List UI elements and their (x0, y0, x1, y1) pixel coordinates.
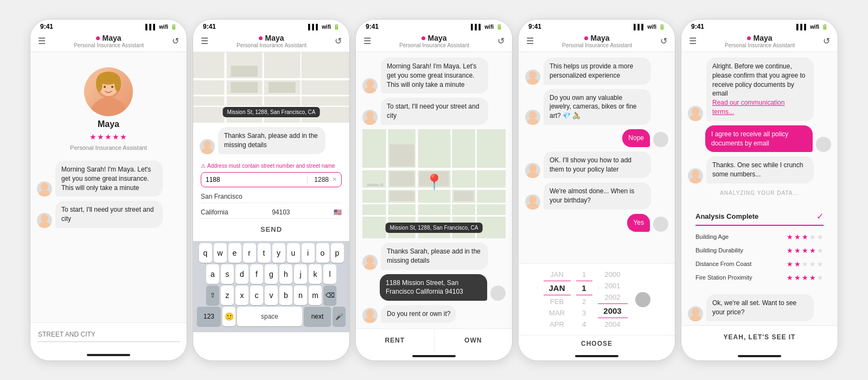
key-w[interactable]: w (214, 243, 227, 263)
choose-button[interactable]: CHOOSE (519, 335, 675, 352)
year-item-2001[interactable]: 2001 (603, 281, 623, 291)
agent-subtitle-4: Personal Insurance Assistant (534, 42, 660, 48)
month-selected[interactable]: JAN (546, 282, 567, 294)
key-y[interactable]: y (272, 243, 285, 263)
month-column: JAN JAN FEB MAR APR (544, 269, 571, 330)
month-item-jan[interactable]: JAN (548, 269, 566, 280)
svg-point-44 (366, 256, 374, 264)
key-c[interactable]: c (250, 286, 263, 305)
address-number-input[interactable] (206, 176, 304, 183)
rent-button[interactable]: RENT (356, 329, 435, 352)
menu-icon-2[interactable]: ☰ (201, 36, 208, 46)
refresh-icon-2[interactable]: ↺ (335, 36, 342, 46)
key-o[interactable]: o (316, 243, 329, 263)
key-space[interactable]: space (237, 307, 302, 326)
key-123[interactable]: 123 (197, 307, 221, 326)
menu-icon-1[interactable]: ☰ (38, 36, 46, 46)
key-n[interactable]: n (294, 286, 307, 305)
key-f[interactable]: f (250, 264, 263, 284)
refresh-icon-3[interactable]: ↺ (497, 36, 505, 46)
key-next[interactable]: next (304, 307, 331, 326)
key-g[interactable]: g (265, 264, 278, 284)
year-item-2004[interactable]: 2004 (603, 319, 623, 330)
refresh-icon-1[interactable]: ↺ (172, 36, 179, 46)
svg-point-9 (38, 190, 51, 197)
street-city-input[interactable] (37, 327, 180, 342)
send-button[interactable]: SEND (201, 222, 342, 237)
agent-name-3: Maya (427, 34, 446, 42)
key-s[interactable]: s (221, 264, 234, 284)
key-backspace[interactable]: ⌫ (323, 286, 336, 305)
svg-rect-41 (390, 144, 414, 167)
day-item-4[interactable]: 4 (580, 319, 588, 330)
day-item-3[interactable]: 3 (580, 308, 588, 318)
msg-greeting-s3: Morning Sarah! I'm Maya. Let's get you s… (362, 58, 506, 93)
clear-icon[interactable]: ✕ (332, 176, 337, 183)
key-u[interactable]: u (287, 243, 300, 263)
key-k[interactable]: k (309, 264, 322, 284)
time-2: 9:41 (203, 23, 216, 30)
key-x[interactable]: x (235, 286, 248, 305)
key-l[interactable]: l (323, 264, 336, 284)
svg-point-45 (363, 263, 376, 270)
bot-avatar-4c (525, 163, 540, 178)
date-toggle[interactable] (635, 292, 650, 307)
building-age-stars: ★ ★ ★ ★ ★ (787, 233, 824, 241)
date-picker[interactable]: JAN JAN FEB MAR APR 1 1 2 3 4 (519, 264, 675, 335)
durability-stars: ★ ★ ★ ★ ★ (787, 246, 824, 255)
menu-icon-4[interactable]: ☰ (526, 36, 534, 46)
signal-icon-4: ▌▌▌ (634, 24, 645, 30)
chat-area-4: This helps us provide a more personalize… (519, 52, 675, 263)
key-t[interactable]: t (258, 243, 271, 263)
key-m[interactable]: m (309, 286, 322, 305)
key-i[interactable]: i (302, 243, 315, 263)
month-item-apr[interactable]: APR (547, 319, 566, 330)
signal-icon-5: ▌▌▌ (796, 24, 808, 30)
rent-own-actions: RENT OWN (356, 328, 512, 352)
svg-point-23 (201, 148, 214, 154)
bot-msg-area-2: Thanks Sarah, please add in the missing … (193, 123, 349, 159)
metric-label-fire: Fire Station Proximity (695, 274, 752, 281)
key-e[interactable]: e (228, 243, 241, 263)
time-3: 9:41 (366, 23, 379, 30)
star-dur-5: ★ (817, 246, 824, 255)
wifi-icon: wifi (159, 24, 168, 30)
month-item-mar[interactable]: MAR (547, 308, 567, 318)
address-input-row[interactable]: 1288 ✕ (201, 172, 342, 187)
key-emoji[interactable]: 🙂 (222, 307, 235, 326)
key-p[interactable]: p (331, 243, 344, 263)
see-price-button[interactable]: YEAH, LET'S SEE IT (688, 330, 831, 344)
key-h[interactable]: h (279, 264, 292, 284)
year-item-2002[interactable]: 2002 (603, 292, 623, 302)
almost-done-msg: We're almost done... When is your birthd… (525, 182, 668, 210)
key-d[interactable]: d (235, 264, 248, 284)
year-selected[interactable]: 2003 (601, 305, 623, 316)
key-q[interactable]: q (199, 243, 212, 263)
key-r[interactable]: r (243, 243, 256, 263)
key-v[interactable]: v (265, 286, 278, 305)
day-selected[interactable]: 1 (579, 282, 588, 294)
agent-subtitle-2: Personal Insurance Assistant (208, 42, 335, 48)
address-form: ⚠ Address must contain street number and… (193, 159, 349, 241)
month-item-feb[interactable]: FEB (548, 296, 566, 307)
bot-avatar-3c (362, 255, 378, 270)
star-age-2: ★ (794, 233, 801, 241)
key-shift[interactable]: ⇧ (206, 286, 219, 305)
year-item-2000[interactable]: 2000 (603, 269, 623, 280)
svg-point-46 (366, 309, 374, 317)
terms-link[interactable]: Read our communication terms... (712, 99, 784, 116)
menu-icon-5[interactable]: ☰ (689, 36, 697, 46)
key-z[interactable]: z (221, 286, 234, 305)
own-button[interactable]: OWN (435, 329, 513, 352)
refresh-icon-4[interactable]: ↺ (660, 36, 667, 46)
key-a[interactable]: a (206, 264, 219, 284)
day-item-1pre[interactable]: 1 (580, 269, 588, 280)
nav-title-4: Maya Personal Insurance Assistant (534, 34, 660, 48)
key-j[interactable]: j (294, 264, 307, 284)
day-item-2[interactable]: 2 (580, 296, 588, 307)
menu-icon-3[interactable]: ☰ (363, 36, 371, 46)
battery-icon-2: 🔋 (333, 24, 340, 30)
key-mic[interactable]: 🎤 (333, 307, 346, 326)
refresh-icon-5[interactable]: ↺ (823, 36, 830, 46)
key-b[interactable]: b (279, 286, 292, 305)
